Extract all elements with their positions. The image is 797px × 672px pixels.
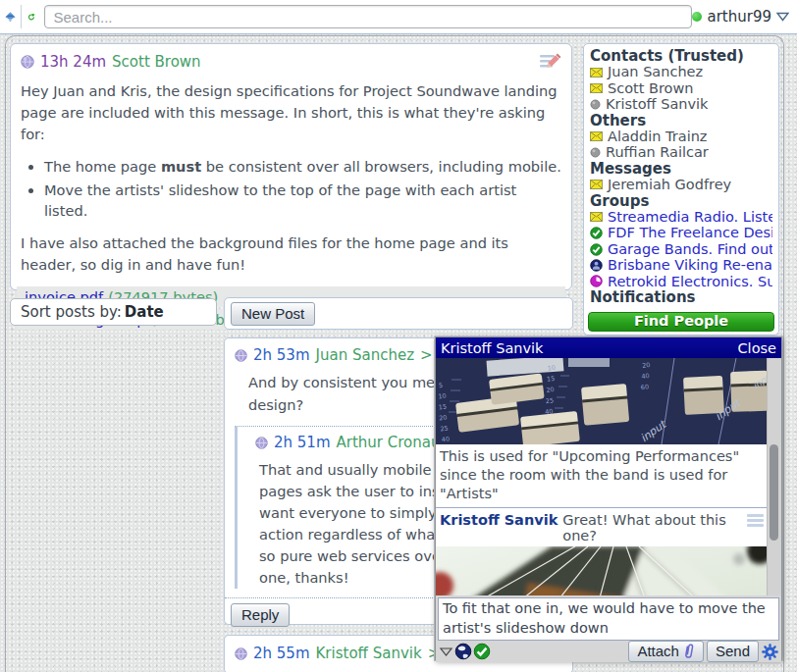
sidebar-header-contacts: Contacts (Trusted) [590,48,772,64]
username-label: arthur99 [707,8,771,26]
post-author[interactable]: Kristoff Sanvik [316,645,422,662]
mail-icon [590,68,603,78]
post-bullet-list: The home page must be consistent over al… [21,156,561,223]
sidebar-header-notifications: Notifications [590,289,772,305]
svg-text:15: 15 [438,403,447,412]
svg-text:20: 20 [642,361,651,370]
attach-button[interactable]: Attach [628,641,704,662]
post-body: Hey Juan and Kris, the design specificat… [21,80,561,276]
contact-ruffian-railcar[interactable]: Ruffian Railcar [590,144,772,160]
chat-compose-input[interactable]: To fit that one in, we would have to mov… [438,597,779,641]
chat-message-author: Kristoff Sanvik [440,512,558,528]
svg-text:15: 15 [547,375,556,384]
mail-icon [590,212,603,222]
offline-dot-icon [590,99,601,110]
globe-icon [235,647,247,660]
message-menu-icon[interactable] [747,512,764,529]
person-circle-icon [590,259,603,272]
chat-titlebar[interactable]: Kristoff Sanvik Close [436,337,781,358]
expand-arrow[interactable]: > [420,346,433,364]
chat-footer: Attach Send [436,641,781,662]
reply-author[interactable]: Juan Sanchez [316,346,414,364]
mail-icon [590,180,603,189]
globe-icon [235,349,247,362]
post-timestamp: 2h 55m [253,645,310,662]
post-timestamp: 13h 24m [40,53,106,71]
available-check-icon[interactable] [473,643,491,660]
guitar-photo [436,546,770,595]
svg-text:40: 40 [441,435,450,443]
message-jeremiah-godfrey[interactable]: Jeremiah Godfrey [590,177,772,192]
post-bullet-2: Move the artists' slideshow to the top o… [44,180,561,223]
sidebar-header-messages: Messages [590,161,772,177]
mail-icon [590,131,603,141]
post-paragraph-2: I have also attached the background file… [21,233,561,276]
reply-timestamp: 2h 53m [253,346,310,364]
search-input[interactable] [44,5,692,28]
post-header: 13h 24m Scott Brown [21,52,561,72]
find-people-button[interactable]: Find People [588,312,774,332]
svg-text:10: 10 [438,392,447,401]
refresh-icon[interactable] [27,7,35,27]
app-logo-icon[interactable] [5,3,16,30]
friends-sidebar: Contacts (Trusted) Juan Sanchez Scott Br… [583,43,779,336]
svg-text:60: 60 [640,383,649,391]
sort-value: Date [125,303,164,321]
group-garage-bands[interactable]: Garage Bands. Find out … [590,241,772,257]
chat-message: Kristoff Sanvik Great! What about this o… [436,509,781,546]
post-scott-brown: 13h 24m Scott Brown Hey Juan and Kris, t… [10,43,572,290]
send-button[interactable]: Send [707,641,759,662]
svg-text:25: 25 [440,425,449,434]
svg-text:25: 25 [545,396,554,405]
group-fdf-freelance[interactable]: FDF The Freelance Desi… [590,225,772,240]
new-post-button[interactable]: New Post [231,302,315,326]
sidebar-header-others: Others [590,113,772,129]
edit-post-icon[interactable] [538,52,561,72]
paperclip-icon [683,644,695,659]
svg-text:20: 20 [439,414,448,423]
svg-text:20: 20 [546,386,555,394]
contact-aladdin-trainz[interactable]: Aladdin Trainz [590,129,772,144]
top-toolbar: arthur99 [0,0,797,34]
contact-juan-sanchez[interactable]: Juan Sanchez [590,64,772,79]
message-divider [436,507,781,508]
scrollbar-thumb[interactable] [770,444,778,541]
online-status-dot [692,12,702,22]
chat-message: This is used for "Upcoming Performances"… [436,444,781,506]
group-retrokid-electronics[interactable]: Retrokid Electronics. Su… [590,274,772,289]
public-globe-icon[interactable] [454,643,472,660]
reply-button[interactable]: Reply [231,603,290,627]
chat-message-text: Great! What about this one? [562,512,747,543]
chat-footer-icons [439,643,491,660]
chat-settings-gear-icon[interactable] [762,644,778,660]
chat-message-area: 51015 202540 101520 254060 10204060 [436,358,781,595]
reply-author[interactable]: Arthur Cronau [337,434,441,451]
sort-posts-dropdown[interactable]: Sort posts by: Date [10,298,217,326]
reply-timestamp: 2h 51m [274,434,331,451]
user-menu[interactable]: arthur99 [692,8,789,26]
mixer-photo: 51015 202540 101520 254060 10204060 [436,358,770,444]
check-circle-icon [590,243,603,256]
group-brisbane-viking[interactable]: Brisbane Viking Re-enac… [590,257,772,273]
contact-scott-brown[interactable]: Scott Brown [590,80,772,96]
contact-kristoff-sanvik[interactable]: Kristoff Sanvik [590,96,772,112]
new-post-panel: New Post [224,297,573,330]
globe-icon [255,437,268,449]
offline-dot-icon [590,147,601,158]
globe-icon [21,55,34,69]
chat-close-button[interactable]: Close [738,340,777,356]
svg-text:40: 40 [641,372,650,381]
check-circle-icon [590,227,603,239]
post-bullet-1: The home page must be consistent over al… [44,156,561,178]
clock-circle-icon [590,275,603,287]
sort-label: Sort posts by: [21,303,122,321]
chat-scrollbar[interactable] [767,358,781,595]
group-streamedia-radio[interactable]: Streamedia Radio. Listen… [590,209,772,225]
svg-text:10: 10 [547,364,556,373]
options-arrow-icon[interactable] [439,646,453,657]
chevron-down-icon [776,12,789,22]
mail-icon [590,83,603,93]
post-paragraph: Hey Juan and Kris, the design specificat… [21,80,561,145]
chat-title-label: Kristoff Sanvik [441,340,544,356]
post-author[interactable]: Scott Brown [112,53,201,71]
